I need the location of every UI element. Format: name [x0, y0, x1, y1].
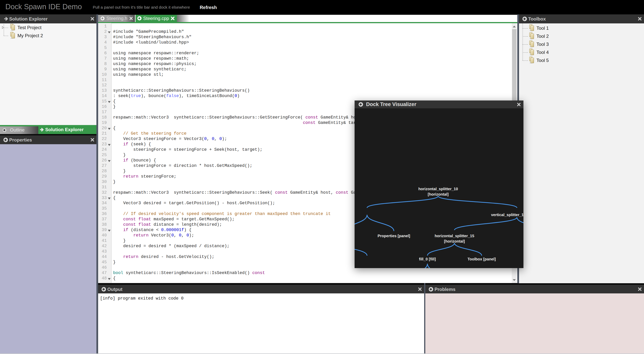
- svg-text:Toolbox [panel]: Toolbox [panel]: [468, 257, 496, 261]
- svg-text:[horizontal]: [horizontal]: [428, 192, 449, 196]
- svg-text:horizontal_splitter_15: horizontal_splitter_15: [435, 234, 474, 238]
- svg-text:fill_0 [fill]: fill_0 [fill]: [419, 257, 436, 261]
- svg-text:Properties [panel]: Properties [panel]: [378, 234, 410, 238]
- svg-text:[horizontal]: [horizontal]: [444, 239, 465, 243]
- svg-text:vertical_splitter_13 [vertical: vertical_splitter_13 [vertical]: [491, 213, 524, 217]
- svg-text:horizontal_splitter_10: horizontal_splitter_10: [418, 187, 458, 191]
